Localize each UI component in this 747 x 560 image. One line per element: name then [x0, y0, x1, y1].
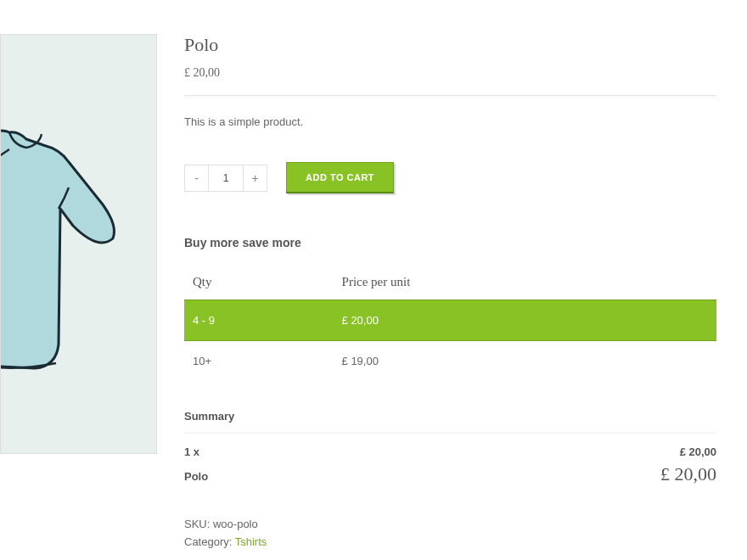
- add-to-cart-button[interactable]: ADD TO CART: [286, 162, 394, 193]
- tier-col-price: Price per unit: [334, 266, 716, 300]
- quantity-input[interactable]: [209, 165, 243, 191]
- tier-price: £ 20,00: [334, 300, 716, 341]
- quantity-stepper: - +: [184, 165, 267, 192]
- sku-label: SKU:: [184, 518, 213, 530]
- category-label: Category:: [184, 535, 235, 548]
- sku-value: woo-polo: [213, 518, 258, 530]
- qty-plus-button[interactable]: +: [243, 165, 267, 191]
- summary-total: £ 20,00: [660, 463, 716, 485]
- tier-col-qty: Qty: [184, 266, 334, 300]
- product-image[interactable]: [0, 34, 157, 454]
- tier-row[interactable]: 4 - 9 £ 20,00: [184, 300, 716, 341]
- qty-minus-button[interactable]: -: [185, 165, 209, 191]
- tier-heading: Buy more save more: [184, 236, 716, 249]
- summary-line-price: £ 20,00: [680, 445, 716, 458]
- product-description: This is a simple product.: [184, 115, 716, 128]
- summary-product-name: Polo: [184, 470, 208, 483]
- divider: [184, 95, 716, 97]
- tier-price: £ 19,00: [334, 341, 716, 382]
- tier-pricing-table: Qty Price per unit 4 - 9 £ 20,00 10+ £ 1…: [184, 266, 716, 381]
- product-price: £ 20,00: [184, 66, 716, 80]
- tier-qty: 4 - 9: [184, 300, 334, 341]
- summary-divider: [184, 433, 716, 434]
- category-link[interactable]: Tshirts: [235, 535, 267, 548]
- summary-heading: Summary: [184, 410, 716, 423]
- tier-row[interactable]: 10+ £ 19,00: [184, 341, 716, 382]
- tier-qty: 10+: [184, 341, 334, 382]
- product-title: Polo: [184, 34, 716, 56]
- product-meta: SKU: woo-polo Category: Tshirts: [184, 516, 716, 552]
- summary-qty: 1 x: [184, 445, 199, 458]
